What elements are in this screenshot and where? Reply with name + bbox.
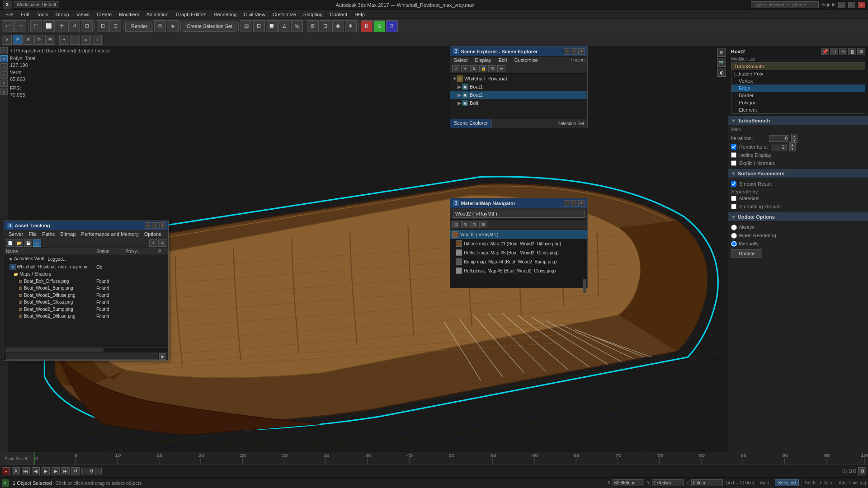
align-btn[interactable]: ⊟ xyxy=(109,20,121,32)
at-tb-save[interactable]: 💾 xyxy=(24,239,32,247)
wire-color-r[interactable]: R xyxy=(361,20,373,32)
se-tb-col-btn[interactable]: ☰ xyxy=(497,65,505,72)
at-close-btn[interactable]: ✕ xyxy=(159,222,165,229)
display-icon[interactable]: D xyxy=(0,80,8,87)
menu-customize[interactable]: Customize xyxy=(269,11,300,18)
menu-civil-view[interactable]: Civil View xyxy=(240,11,269,18)
mat-min-btn[interactable]: ─ xyxy=(564,200,570,206)
at-tb-blue[interactable]: ⊞ xyxy=(33,239,41,247)
se-tb-filter-btn[interactable]: ▼ xyxy=(461,65,469,72)
mirror-btn[interactable]: ⊞ xyxy=(97,20,108,32)
create-selection-btn[interactable]: Create Selection Set xyxy=(183,21,236,32)
wire-color-g[interactable]: G xyxy=(373,20,385,32)
ts-isoline-check[interactable] xyxy=(731,152,736,158)
create-panel-icon[interactable]: + xyxy=(0,47,8,54)
menu-scripting[interactable]: Scripting xyxy=(300,11,326,18)
se-tab-customize[interactable]: Customize xyxy=(511,56,542,64)
update-section[interactable]: ▼ Update Options xyxy=(728,212,868,221)
at-row-file3[interactable]: 🖼Boat_Wood1_Diffuse.png Found xyxy=(4,292,168,299)
named-sel-btn[interactable]: ⊠ xyxy=(307,20,319,32)
at-row-file2[interactable]: 🖼Boat_Wood1_Bump.png Found xyxy=(4,285,168,292)
select-region-btn[interactable]: ⬜ xyxy=(43,20,55,32)
grid-btn[interactable]: ⊞ xyxy=(253,20,265,32)
mod-del-btn[interactable]: 🗑 xyxy=(848,48,856,55)
ts-render-up[interactable]: ▲ xyxy=(789,142,796,147)
layer-btn[interactable]: ▤ xyxy=(241,20,252,32)
state-sets-btn[interactable]: State Sets Br xyxy=(0,452,34,465)
tree-boat1[interactable]: ▶ ▣ Boat1 xyxy=(450,83,587,91)
edge-btn[interactable]: E xyxy=(13,35,23,45)
menu-content[interactable]: Content xyxy=(326,11,351,18)
rotate-btn[interactable]: ↺ xyxy=(68,20,80,32)
mat-name-input[interactable] xyxy=(453,210,585,218)
utilities-icon[interactable]: U xyxy=(0,88,8,95)
se-tb-expand-btn[interactable]: ⊞ xyxy=(488,65,496,72)
menu-modifiers[interactable]: Modifiers xyxy=(115,11,143,18)
at-minimize-btn[interactable]: ─ xyxy=(145,222,151,229)
hierarchy-icon[interactable]: H xyxy=(0,63,8,70)
poly-btn[interactable]: P xyxy=(34,35,44,45)
close-button[interactable]: ✕ xyxy=(858,2,865,8)
redo-btn[interactable]: ↪ xyxy=(14,20,26,32)
material-editor-btn[interactable]: ◈ xyxy=(167,20,179,32)
prev-key-btn[interactable]: ⏮ xyxy=(22,467,30,475)
ts-iter-input[interactable] xyxy=(769,135,789,142)
frame-input[interactable] xyxy=(81,468,102,474)
at-row-file1[interactable]: 🖼Boat_Bolt_Diffuse.png Found xyxy=(4,278,168,285)
at-row-maxfile[interactable]: 3Whitehall_Rowboat_max_vray.max Ok xyxy=(4,263,168,271)
modifier-vertex[interactable]: Vertex xyxy=(731,77,865,84)
mat-tb4[interactable]: ⊠ xyxy=(479,221,487,228)
modify-panel-icon[interactable]: M xyxy=(0,55,8,62)
at-menu-bitmap[interactable]: Bitmap xyxy=(57,231,78,237)
vertex-btn[interactable]: V xyxy=(2,35,12,45)
ts-render-input[interactable] xyxy=(771,144,787,150)
modifier-element[interactable]: Element xyxy=(731,106,865,113)
timeline-ruler[interactable]: 0 5 10 15 20 25 30 35 40 45 50 55 60 xyxy=(34,452,868,465)
snap-btn[interactable]: 🔲 xyxy=(266,20,278,32)
mat-item-bump[interactable]: Bump map: Map #4 (Boat_Wood2_Bump.png) xyxy=(450,257,587,266)
filters-label[interactable]: Filters... xyxy=(820,480,836,485)
play-btn[interactable]: ▶ xyxy=(42,467,50,475)
wire-color-b[interactable]: B xyxy=(386,20,398,32)
at-tb-open[interactable]: 📂 xyxy=(15,239,23,247)
shrink-btn[interactable]: - xyxy=(70,35,80,45)
scale-btn[interactable]: ⊡ xyxy=(81,20,93,32)
grow-btn[interactable]: + xyxy=(59,35,69,45)
menu-edit[interactable]: Edit xyxy=(17,11,33,18)
se-tab-select[interactable]: Select xyxy=(450,56,472,64)
modifier-polygon[interactable]: Polygon xyxy=(731,99,865,106)
at-row-file6[interactable]: 🖼Boat_Wood2_Diffuse.png Found xyxy=(4,313,168,320)
selected-label[interactable]: Selected xyxy=(775,479,799,486)
minimize-button[interactable]: ─ xyxy=(838,2,845,8)
angle-snap-btn[interactable]: ∠ xyxy=(278,20,290,32)
workspace-dropdown[interactable]: Workspace: Default xyxy=(14,1,59,8)
at-tb-refresh[interactable]: ↺ xyxy=(149,239,157,247)
mat-scrollbar[interactable] xyxy=(583,279,586,293)
freeze-btn[interactable]: ❄ xyxy=(345,20,357,32)
motion-icon[interactable]: ▷ xyxy=(0,71,8,79)
mat-item-wood2[interactable]: Wood2 ( VRayMtl ) xyxy=(450,230,587,239)
modifier-edge[interactable]: Edge xyxy=(731,84,865,92)
at-menu-options[interactable]: Options xyxy=(142,231,164,237)
menu-tools[interactable]: Tools xyxy=(33,11,52,18)
at-hscroll-thumb[interactable] xyxy=(5,348,104,352)
se-bottom-scene[interactable]: Scene Explorer xyxy=(450,119,492,128)
at-row-vault[interactable]: ⊞Autodesk Vault Logged... xyxy=(4,255,94,263)
coord-y-input[interactable] xyxy=(652,479,684,486)
ring-btn[interactable]: ○ xyxy=(92,35,102,45)
ts-explicit-check[interactable] xyxy=(731,160,736,166)
move-btn[interactable]: ✛ xyxy=(56,20,67,32)
modifier-turbosm[interactable]: TurboSmooth xyxy=(731,63,865,70)
at-tb-new[interactable]: 📄 xyxy=(6,239,14,247)
menu-views[interactable]: Views xyxy=(73,11,93,18)
at-go-btn[interactable]: ▶ xyxy=(159,353,166,360)
mat-max-btn[interactable]: □ xyxy=(571,200,577,206)
at-row-maps[interactable]: 📁Maps / Shaders xyxy=(4,271,168,278)
at-path-input[interactable] xyxy=(6,353,158,360)
menu-graph-editors[interactable]: Graph Editors xyxy=(172,11,210,18)
ts-render-down[interactable]: ▼ xyxy=(789,147,796,151)
mat-close-btn[interactable]: ✕ xyxy=(578,200,585,206)
menu-group[interactable]: Group xyxy=(52,11,73,18)
render-btn[interactable]: Render xyxy=(125,21,153,32)
turbosmooth-section[interactable]: ▼ TurboSmooth xyxy=(728,116,868,125)
